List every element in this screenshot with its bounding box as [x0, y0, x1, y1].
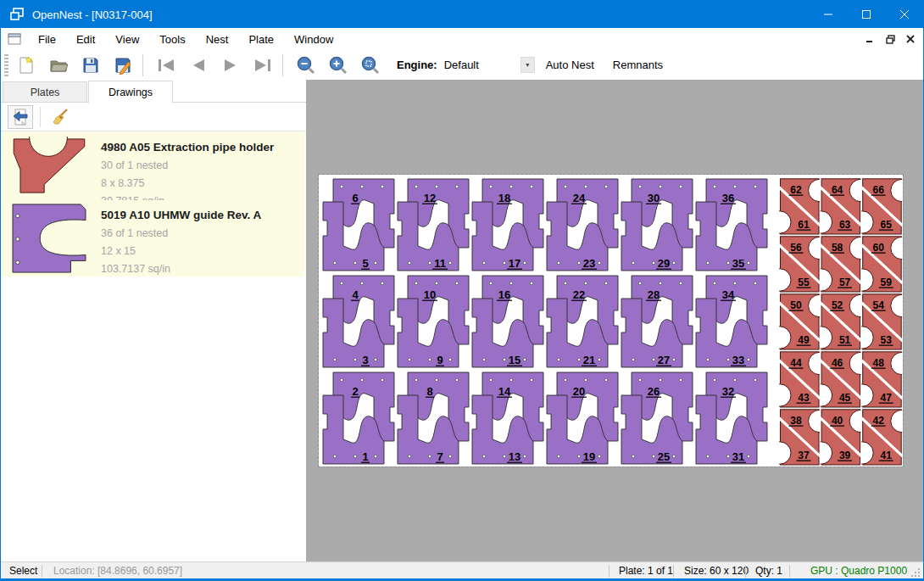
open-folder-icon — [49, 56, 68, 75]
menu-nest[interactable]: Nest — [196, 30, 239, 49]
app-icon — [8, 6, 25, 23]
nest-pair-purple[interactable]: 2423 — [547, 179, 618, 271]
part-number-label: 43 — [798, 392, 810, 404]
status-plate: Plate: 1 of 1 — [619, 565, 673, 577]
status-separator — [673, 565, 674, 578]
remnants-button[interactable]: Remnants — [605, 54, 671, 75]
tab-plates[interactable]: Plates — [3, 81, 87, 103]
minimize-button[interactable] — [809, 1, 847, 28]
content-area: Plates Drawings — [1, 80, 923, 561]
part-number-label: 65 — [881, 219, 893, 231]
part-number-label: 52 — [832, 299, 843, 311]
titlebar: OpenNest - [N0317-004] — [1, 1, 923, 28]
statusbar: Select Location: [84.8696, 60.6957] Plat… — [1, 561, 923, 580]
zoom-out-button[interactable] — [292, 53, 320, 77]
nest-pair-purple[interactable]: 1211 — [398, 179, 469, 271]
nest-pair-purple[interactable]: 2827 — [621, 276, 693, 367]
save-as-button[interactable] — [109, 53, 137, 77]
part-number-label: 18 — [498, 192, 510, 204]
maximize-button[interactable] — [847, 1, 885, 28]
page-arrow-left-icon — [11, 108, 30, 126]
zoom-out-icon — [296, 55, 316, 75]
part-number-label: 28 — [648, 288, 660, 301]
next-plate-button[interactable] — [216, 53, 245, 77]
nest-pair-purple[interactable]: 21 — [323, 372, 394, 464]
nest-pair-purple[interactable]: 1817 — [472, 179, 543, 271]
nest-pair-purple[interactable]: 43 — [323, 276, 394, 367]
last-plate-button[interactable] — [248, 53, 277, 77]
menu-tools[interactable]: Tools — [149, 30, 195, 49]
part-number-label: 33 — [732, 354, 744, 366]
part-number-label: 26 — [648, 385, 660, 398]
zoom-in-button[interactable] — [324, 53, 353, 77]
new-button[interactable] — [12, 53, 41, 77]
drawing-title: 4980 A05 Extraction pipe holder — [101, 141, 274, 154]
auto-nest-button[interactable]: Auto Nest — [538, 54, 602, 75]
clear-drawings-button[interactable] — [47, 105, 73, 129]
maximize-icon — [861, 9, 871, 20]
part-number-label: 25 — [658, 450, 670, 463]
open-button[interactable] — [44, 53, 73, 77]
drawing-size: 12 x 15 — [101, 243, 261, 260]
menu-edit[interactable]: Edit — [66, 30, 105, 49]
app-window: OpenNest - [N0317-004] File Edit View To… — [0, 0, 924, 581]
menubar: File Edit View Tools Nest Plate Window — [1, 28, 923, 50]
part-number-label: 58 — [832, 242, 843, 254]
nest-pair-purple[interactable]: 2221 — [547, 276, 618, 367]
send-to-nest-button[interactable] — [8, 105, 33, 129]
close-button[interactable] — [885, 1, 923, 28]
toolbar-grip[interactable] — [4, 54, 8, 76]
drawing-list-item[interactable]: 4980 A05 Extraction pipe holder 30 of 1 … — [1, 132, 304, 200]
status-separator — [745, 565, 746, 578]
menu-window[interactable]: Window — [284, 30, 343, 49]
nest-pair-purple[interactable]: 87 — [398, 372, 469, 464]
drawing-list-item[interactable]: 5019 A10 UHMW guide Rev. A 36 of 1 neste… — [1, 200, 304, 277]
engine-combobox[interactable]: Default — [444, 59, 519, 71]
menu-view[interactable]: View — [105, 30, 149, 49]
mdi-document-icon — [8, 33, 21, 45]
nest-pair-purple[interactable]: 65 — [323, 179, 394, 271]
menu-plate[interactable]: Plate — [238, 30, 284, 49]
nest-pair-purple[interactable]: 3635 — [696, 179, 767, 271]
resize-grip[interactable] — [910, 567, 921, 578]
first-arrow-icon — [156, 56, 176, 75]
part-number-label: 35 — [732, 257, 744, 270]
part-number-label: 49 — [798, 334, 810, 346]
zoom-fit-button[interactable] — [356, 53, 385, 77]
nest-pair-purple[interactable]: 2019 — [547, 372, 618, 464]
part-number-label: 10 — [424, 288, 436, 301]
nest-canvas[interactable]: 6512111817242330293635431091615222128273… — [306, 80, 923, 561]
mdi-close-button[interactable] — [903, 31, 918, 47]
nest-pair-purple[interactable]: 2625 — [621, 372, 693, 464]
drawing-thumbnail — [9, 205, 91, 271]
nest-pair-purple[interactable]: 3433 — [696, 276, 767, 367]
last-arrow-icon — [253, 56, 273, 75]
close-icon — [899, 9, 910, 20]
tab-drawings[interactable]: Drawings — [88, 81, 173, 103]
mdi-restore-button[interactable] — [882, 31, 898, 47]
drawings-toolbar — [1, 103, 306, 131]
part-number-label: 24 — [573, 192, 586, 204]
part-number-label: 22 — [573, 288, 585, 301]
drawing-nested-count: 30 of 1 nested — [101, 157, 274, 175]
nest-pair-purple[interactable]: 3231 — [696, 372, 767, 464]
nest-pair-purple[interactable]: 1413 — [472, 372, 543, 464]
save-button[interactable] — [76, 53, 105, 77]
nest-layout[interactable]: 6512111817242330293635431091615222128273… — [319, 175, 903, 466]
nest-pair-purple[interactable]: 1615 — [472, 276, 543, 367]
nest-pair-purple[interactable]: 3029 — [621, 179, 693, 271]
part-number-label: 37 — [798, 450, 810, 461]
purple-part-thumbnail-icon — [9, 202, 89, 275]
first-plate-button[interactable] — [152, 53, 181, 77]
status-separator — [42, 565, 42, 578]
previous-arrow-icon — [188, 56, 209, 75]
status-mode: Select — [9, 565, 37, 577]
nest-pair-purple[interactable]: 109 — [398, 276, 469, 367]
part-number-label: 34 — [722, 288, 735, 301]
status-separator — [609, 565, 610, 578]
engine-dropdown-arrow-icon[interactable]: ▾ — [520, 57, 535, 73]
plate-sheet[interactable]: 6512111817242330293635431091615222128273… — [319, 175, 903, 466]
previous-plate-button[interactable] — [184, 53, 213, 77]
menu-file[interactable]: File — [28, 30, 66, 49]
mdi-minimize-button[interactable] — [862, 31, 877, 47]
